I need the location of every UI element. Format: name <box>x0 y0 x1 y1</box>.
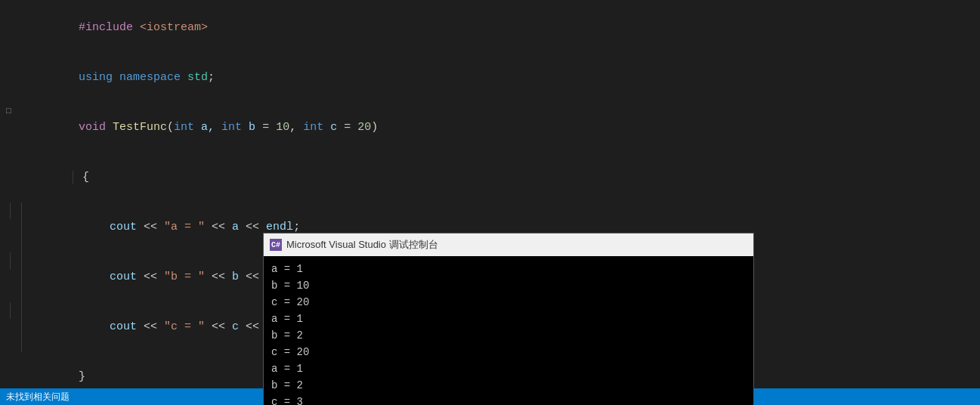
line-gutter-6 <box>0 252 21 269</box>
status-text: 未找到相关问题 <box>6 391 70 403</box>
token: cout <box>82 271 137 283</box>
token: << <box>239 320 266 333</box>
token: ; <box>208 71 215 84</box>
console-output-7: a = 1 <box>271 360 746 377</box>
console-app-icon: C# <box>270 239 282 251</box>
token: using <box>79 71 119 84</box>
token: namespace <box>119 71 187 84</box>
token: << <box>137 221 164 233</box>
token: cout <box>82 221 137 233</box>
code-editor: #include <iostream> using namespace std;… <box>0 0 980 405</box>
console-output-9: c = 3 <box>271 394 746 405</box>
line-content-3: void TestFunc(int a, int b = 10, int c =… <box>21 103 980 153</box>
token: "a = " <box>164 221 205 233</box>
token: ) <box>371 121 378 134</box>
console-body: a = 1 b = 10 c = 20 a = 1 b = 2 c = 20 a… <box>264 256 753 405</box>
token: << <box>137 271 164 283</box>
token: { <box>73 171 89 184</box>
token: "b = " <box>164 271 205 283</box>
collapse-button-testfunc[interactable]: □ <box>6 103 15 112</box>
code-line-4: { <box>0 153 980 202</box>
console-output-1: a = 1 <box>271 261 746 277</box>
console-output-3: c = 20 <box>271 294 746 311</box>
code-line-3: □ void TestFunc(int a, int b = 10, int c… <box>0 103 980 153</box>
code-line-1: #include <iostream> <box>0 3 980 53</box>
console-output-6: c = 20 <box>271 344 746 360</box>
token: << <box>205 320 232 333</box>
token: c <box>330 121 337 134</box>
token: "c = " <box>164 320 205 333</box>
token: << <box>137 320 164 333</box>
token: } <box>79 370 85 383</box>
token: b <box>249 121 255 134</box>
token: << <box>239 271 266 283</box>
token: b <box>232 271 239 283</box>
token: int <box>221 121 249 134</box>
token: , <box>289 121 303 134</box>
token: << <box>205 221 232 233</box>
line-content-4: { <box>21 153 980 202</box>
console-output-2: b = 10 <box>271 277 746 294</box>
token: cout <box>82 320 137 333</box>
console-title: Microsoft Visual Studio 调试控制台 <box>286 238 438 252</box>
token: int <box>303 121 330 134</box>
token: void <box>79 121 113 134</box>
token: std <box>187 71 208 84</box>
token: a, <box>201 121 221 134</box>
token: c <box>232 320 239 333</box>
line-content-2: using namespace std; <box>21 53 980 103</box>
token: << <box>239 221 266 233</box>
console-output-5: b = 2 <box>271 327 746 344</box>
token: int <box>174 121 201 134</box>
token: <iostream> <box>140 21 208 34</box>
line-gutter-7 <box>0 302 21 319</box>
line-gutter-5 <box>0 202 21 219</box>
token: a <box>232 221 239 233</box>
token: = <box>255 121 276 134</box>
token: TestFunc <box>113 121 167 134</box>
token: 20 <box>357 121 371 134</box>
line-content-1: #include <iostream> <box>21 3 980 53</box>
line-gutter-3: □ <box>0 103 21 112</box>
console-output-4: a = 1 <box>271 311 746 327</box>
token: ( <box>167 121 174 134</box>
code-line-2: using namespace std; <box>0 53 980 103</box>
token: ; <box>293 221 300 233</box>
console-window: C# Microsoft Visual Studio 调试控制台 a = 1 b… <box>263 233 754 405</box>
token: #include <box>79 21 140 34</box>
token: endl <box>266 221 293 233</box>
console-output-8: b = 2 <box>271 377 746 394</box>
console-titlebar: C# Microsoft Visual Studio 调试控制台 <box>264 233 753 256</box>
token: 10 <box>276 121 289 134</box>
token: = <box>337 121 357 134</box>
token: << <box>205 271 232 283</box>
console-icon-label: C# <box>271 241 280 249</box>
